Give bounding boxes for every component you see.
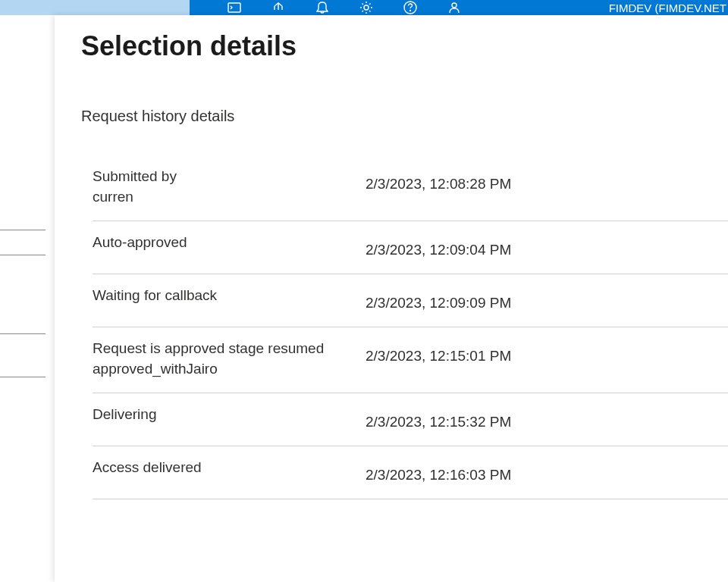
feedback-icon[interactable]	[447, 1, 461, 14]
page-title: Selection details	[81, 30, 728, 62]
top-icons-group	[228, 1, 461, 14]
svg-rect-0	[228, 3, 240, 12]
history-timestamp: 2/3/2023, 12:09:04 PM	[366, 233, 511, 258]
history-list: Submitted by curren 2/3/2023, 12:08:28 P…	[93, 155, 728, 499]
svg-point-3	[410, 11, 411, 11]
sidebar-divider	[0, 230, 46, 230]
history-row-left: Access delivered	[93, 458, 366, 478]
history-subtext: curren	[93, 187, 366, 208]
sidebar-divider	[0, 255, 46, 255]
history-timestamp: 2/3/2023, 12:16:03 PM	[366, 458, 511, 483]
left-sidebar	[0, 15, 55, 582]
tenant-label[interactable]: FIMDEV (FIMDEV.NET	[609, 2, 728, 14]
active-tab[interactable]	[0, 0, 190, 15]
section-heading: Request history details	[81, 108, 728, 125]
history-timestamp: 2/3/2023, 12:09:09 PM	[366, 286, 511, 311]
settings-icon[interactable]	[359, 1, 373, 14]
details-panel: Selection details Request history detail…	[55, 15, 728, 582]
history-row: Waiting for callback 2/3/2023, 12:09:09 …	[93, 274, 728, 327]
history-row: Request is approved stage resumed approv…	[93, 327, 728, 393]
history-subtext: approved_withJairo	[93, 359, 366, 380]
history-row: Access delivered 2/3/2023, 12:16:03 PM	[93, 446, 728, 499]
history-row-left: Request is approved stage resumed approv…	[93, 339, 366, 379]
history-status: Submitted by	[93, 167, 366, 187]
history-timestamp: 2/3/2023, 12:15:01 PM	[366, 339, 511, 365]
cloud-shell-icon[interactable]	[228, 1, 241, 14]
history-status: Access delivered	[93, 458, 366, 478]
history-status: Delivering	[93, 405, 366, 425]
history-timestamp: 2/3/2023, 12:08:28 PM	[366, 167, 511, 192]
sidebar-divider	[0, 333, 46, 334]
svg-point-4	[452, 3, 457, 8]
history-status: Auto-approved	[93, 233, 366, 253]
history-status: Waiting for callback	[93, 286, 366, 306]
svg-point-1	[364, 5, 369, 10]
history-row-left: Auto-approved	[93, 233, 366, 253]
top-bar: FIMDEV (FIMDEV.NET	[0, 0, 728, 15]
top-bar-left	[0, 0, 461, 15]
history-row: Submitted by curren 2/3/2023, 12:08:28 P…	[93, 155, 728, 221]
history-row-left: Submitted by curren	[93, 167, 366, 207]
history-timestamp: 2/3/2023, 12:15:32 PM	[366, 405, 511, 430]
history-status: Request is approved stage resumed	[93, 339, 366, 359]
help-icon[interactable]	[403, 1, 417, 14]
sidebar-divider	[0, 377, 46, 377]
history-row-left: Waiting for callback	[93, 286, 366, 306]
history-row: Auto-approved 2/3/2023, 12:09:04 PM	[93, 221, 728, 274]
history-row: Delivering 2/3/2023, 12:15:32 PM	[93, 393, 728, 446]
history-row-left: Delivering	[93, 405, 366, 425]
notifications-icon[interactable]	[315, 1, 329, 14]
directory-icon[interactable]	[271, 1, 285, 14]
